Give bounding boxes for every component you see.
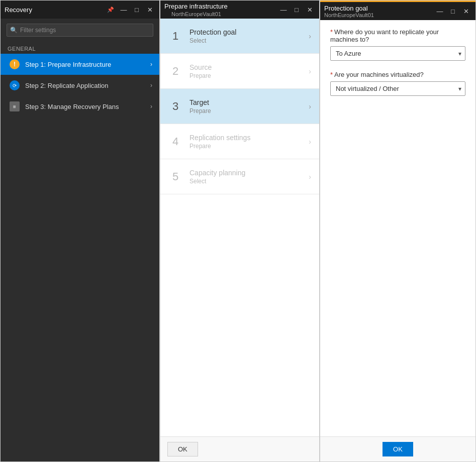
replicate-select-wrap: To Azure To on-premises site ▾ [330,46,465,61]
right-footer: OK [320,436,475,461]
steps-list: 1 Protection goal Select › 2 Source Prep… [160,19,319,227]
step5-chevron-right-icon: › [309,173,311,181]
step1-chevron-icon: › [150,61,152,68]
filter-box: 🔍 [7,24,153,37]
step-number-1: 1 [168,30,182,43]
step-item-5[interactable]: 5 Capacity planning Select › [160,159,319,194]
sidebar-item-step3-label: Step 3: Manage Recovery Plans [25,103,150,110]
left-title: Recovery [5,6,105,14]
middle-close-button[interactable]: ✕ [304,4,315,15]
middle-subtitle: NorthEuropeVault01 [164,10,278,17]
replicate-select[interactable]: To Azure To on-premises site [330,46,465,61]
right-title: Protection goal [324,5,434,12]
right-minimize-button[interactable]: — [434,6,445,17]
right-close-button[interactable]: ✕ [460,6,471,17]
left-minimize-button[interactable]: — [118,4,129,15]
search-icon: 🔍 [10,27,18,34]
middle-titlebar-controls: — □ ✕ [278,4,315,15]
virtualized-required-star: * [330,71,333,78]
right-panel: Protection goal NorthEuropeVault01 — □ ✕… [320,0,476,462]
step-subtitle-1: Select [189,37,309,44]
step-number-4: 4 [168,135,182,148]
step2-chevron-icon: › [150,82,152,89]
middle-ok-button[interactable]: OK [167,442,198,456]
left-titlebar: Recovery 📌 — □ ✕ [1,1,159,19]
virtualized-label: *Are your machines virtualized? [330,71,465,78]
middle-titlebar: Prepare infrastructure NorthEuropeVault0… [160,1,319,19]
replicate-required-star: * [330,28,333,36]
step-title-5: Capacity planning [189,169,309,177]
right-titlebar-controls: — □ ✕ [434,6,471,17]
sidebar-item-step3[interactable]: ≡ Step 3: Manage Recovery Plans › [1,96,159,117]
right-ok-button[interactable]: OK [383,442,413,456]
right-titlebar: Protection goal NorthEuropeVault01 — □ ✕ [320,2,475,20]
step3-icon: ≡ [9,101,20,112]
step-content-3: Target Prepare [189,98,309,114]
step-subtitle-3: Prepare [189,107,309,114]
step3-chevron-icon: › [150,103,152,110]
replicate-field-group: *Where do you want to replicate your mac… [330,28,465,61]
right-maximize-button[interactable]: □ [447,6,458,17]
step-item-3[interactable]: 3 Target Prepare › [160,89,319,124]
step-content-4: Replication settings Prepare [189,134,309,150]
step-title-3: Target [189,98,309,106]
middle-maximize-button[interactable]: □ [291,4,302,15]
step-title-2: Source [189,63,309,71]
middle-panel: Prepare infrastructure NorthEuropeVault0… [160,0,320,462]
step-subtitle-2: Prepare [189,72,309,79]
virtualized-select[interactable]: Not virtualized / Other Yes, with VMware… [330,81,465,96]
step2-chevron-right-icon: › [309,67,311,75]
step-title-1: Protection goal [189,28,309,36]
step-number-5: 5 [168,170,182,183]
step3-chevron-right-icon: › [309,102,311,110]
left-pin-button[interactable]: 📌 [105,4,116,15]
virtualized-select-wrap: Not virtualized / Other Yes, with VMware… [330,81,465,96]
right-content: *Where do you want to replicate your mac… [320,20,475,237]
left-panel: Recovery 📌 — □ ✕ 🔍 GENERAL ! Step 1: Pre… [0,0,160,462]
sidebar-item-step1-label: Step 1: Prepare Infrastructure [25,61,150,68]
step-title-4: Replication settings [189,134,309,142]
step-number-3: 3 [168,100,182,113]
step-content-1: Protection goal Select [189,28,309,44]
step-item-4[interactable]: 4 Replication settings Prepare › [160,124,319,159]
step1-icon: ! [9,59,20,70]
sidebar-item-step1[interactable]: ! Step 1: Prepare Infrastructure › [1,54,159,75]
step-item-1[interactable]: 1 Protection goal Select › [160,19,319,54]
step-content-2: Source Prepare [189,63,309,79]
filter-input[interactable] [7,24,153,37]
left-close-button[interactable]: ✕ [144,4,155,15]
virtualized-field-group: *Are your machines virtualized? Not virt… [330,71,465,96]
left-titlebar-controls: 📌 — □ ✕ [105,4,155,15]
general-section-label: GENERAL [1,42,159,54]
step-content-5: Capacity planning Select [189,169,309,185]
sidebar-item-step2[interactable]: ⟳ Step 2: Replicate Application › [1,75,159,96]
step-item-2[interactable]: 2 Source Prepare › [160,54,319,89]
step-number-2: 2 [168,65,182,78]
right-subtitle: NorthEuropeVault01 [324,12,434,18]
middle-title: Prepare infrastructure [164,3,278,10]
step4-chevron-right-icon: › [309,138,311,146]
middle-minimize-button[interactable]: — [278,4,289,15]
left-maximize-button[interactable]: □ [131,4,142,15]
step2-icon: ⟳ [9,80,20,91]
replicate-label: *Where do you want to replicate your mac… [330,28,465,43]
sidebar-item-step2-label: Step 2: Replicate Application [25,82,150,89]
middle-footer: OK [160,436,319,461]
step1-chevron-right-icon: › [309,32,311,40]
step-subtitle-4: Prepare [189,143,309,150]
step-subtitle-5: Select [189,178,309,185]
